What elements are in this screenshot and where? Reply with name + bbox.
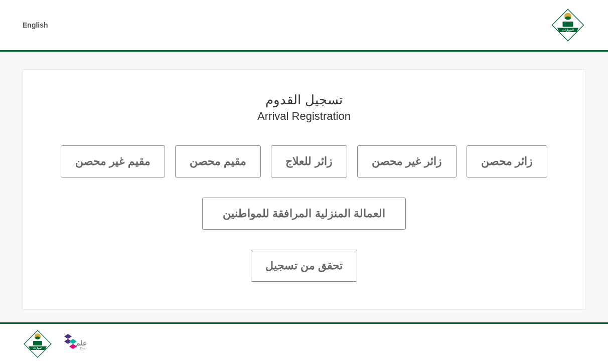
verify-registration-button[interactable]: تحقق من تسجيل <box>251 250 357 282</box>
vaccinated-visitor-button[interactable]: زائر محصن <box>467 145 547 177</box>
header: English الجوازات <box>0 0 608 50</box>
svg-text:علم: علم <box>76 339 87 347</box>
primary-options-row: زائر محصن زائر غير محصن زائر للعلاج مقيم… <box>43 145 565 177</box>
language-toggle-link[interactable]: English <box>23 21 48 29</box>
secondary-options-row: العمالة المنزلية المرافقة للمواطنين <box>43 198 565 230</box>
jawazat-footer-logo-icon: الجوازات <box>23 329 53 359</box>
vaccinated-resident-button[interactable]: مقيم محصن <box>175 145 261 177</box>
footer: الجوازات علم Elm <box>0 324 608 364</box>
svg-text:Elm: Elm <box>80 347 85 350</box>
unvaccinated-resident-button[interactable]: مقيم غير محصن <box>61 145 165 177</box>
svg-marker-8 <box>64 334 72 339</box>
main-content: تسجيل القدوم Arrival Registration زائر م… <box>0 52 608 322</box>
elm-logo-icon: علم Elm <box>62 331 92 356</box>
page-title-ar: تسجيل القدوم <box>43 92 565 108</box>
jawazat-logo-icon: الجوازات <box>550 8 585 43</box>
verify-row: تحقق من تسجيل <box>43 250 565 282</box>
unvaccinated-visitor-button[interactable]: زائر غير محصن <box>357 145 457 177</box>
page-title-en: Arrival Registration <box>43 110 565 123</box>
domestic-worker-button[interactable]: العمالة المنزلية المرافقة للمواطنين <box>202 198 405 230</box>
registration-card: تسجيل القدوم Arrival Registration زائر م… <box>23 69 585 310</box>
medical-visitor-button[interactable]: زائر للعلاج <box>271 145 347 177</box>
svg-rect-6 <box>33 341 42 345</box>
svg-text:الجوازات: الجوازات <box>562 29 574 32</box>
svg-rect-2 <box>563 22 573 27</box>
